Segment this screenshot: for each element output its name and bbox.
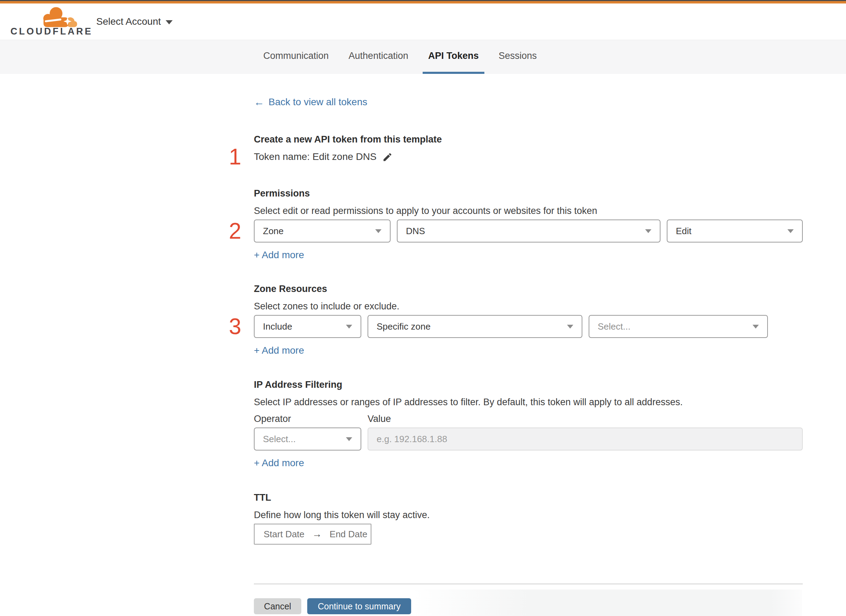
zone-mode-select[interactable]: Include bbox=[254, 315, 361, 338]
tab-authentication[interactable]: Authentication bbox=[343, 40, 414, 74]
permission-scope-value: Zone bbox=[263, 226, 284, 236]
zone-select-placeholder: Select... bbox=[598, 321, 631, 332]
ip-operator-placeholder: Select... bbox=[263, 434, 296, 444]
zone-resources-title: Zone Resources bbox=[254, 283, 803, 295]
ttl-description: Define how long this token will stay act… bbox=[254, 509, 803, 521]
page-title: Create a new API token from this templat… bbox=[254, 133, 803, 145]
ttl-title: TTL bbox=[254, 491, 803, 503]
permissions-description: Select edit or read permissions to apply… bbox=[254, 205, 803, 217]
dropdown-caret-icon bbox=[346, 325, 352, 329]
permission-scope-select[interactable]: Zone bbox=[254, 220, 391, 242]
tab-api-tokens[interactable]: API Tokens bbox=[423, 40, 484, 74]
brand-wordmark: CLOUDFLARE bbox=[10, 26, 93, 37]
dropdown-caret-icon bbox=[375, 229, 381, 233]
permission-resource-value: DNS bbox=[406, 226, 425, 236]
profile-tabbar: Communication Authentication API Tokens … bbox=[0, 40, 846, 74]
token-name-row: 1 Token name: Edit zone DNS bbox=[254, 150, 803, 164]
token-name-text: Token name: Edit zone DNS bbox=[254, 151, 377, 162]
permissions-add-more-link[interactable]: + Add more bbox=[254, 249, 304, 261]
chevron-down-icon bbox=[166, 20, 173, 24]
ttl-date-range-picker[interactable]: Start Date → End Date bbox=[254, 524, 371, 544]
zone-resources-row: 3 Include Specific zone Select... bbox=[254, 315, 803, 338]
app-header: CLOUDFLARE Select Account bbox=[0, 3, 846, 40]
zone-type-select[interactable]: Specific zone bbox=[368, 315, 583, 338]
arrow-right-icon: → bbox=[312, 528, 322, 540]
select-account-label: Select Account bbox=[96, 16, 161, 27]
step-1-number: 1 bbox=[225, 146, 245, 168]
zone-select[interactable]: Select... bbox=[589, 315, 768, 338]
step-2-number: 2 bbox=[225, 220, 245, 242]
ip-filtering-description: Select IP addresses or ranges of IP addr… bbox=[254, 396, 803, 408]
continue-to-summary-button[interactable]: Continue to summary bbox=[307, 598, 411, 614]
cloudflare-cloud-icon bbox=[36, 6, 79, 29]
end-date-label: End Date bbox=[330, 529, 367, 540]
zone-type-value: Specific zone bbox=[377, 321, 431, 332]
ip-operator-select[interactable]: Select... bbox=[254, 427, 361, 450]
dropdown-caret-icon bbox=[567, 325, 573, 329]
tab-communication[interactable]: Communication bbox=[258, 40, 334, 74]
token-form: ← Back to view all tokens Create a new A… bbox=[225, 74, 803, 614]
footer-divider bbox=[254, 584, 803, 584]
zone-mode-value: Include bbox=[263, 321, 292, 332]
dropdown-caret-icon bbox=[645, 229, 652, 233]
permission-resource-select[interactable]: DNS bbox=[397, 220, 661, 242]
dropdown-caret-icon bbox=[787, 229, 794, 233]
ip-filtering-add-more-link[interactable]: + Add more bbox=[254, 458, 304, 469]
permissions-row: 2 Zone DNS Edit bbox=[254, 220, 803, 242]
select-account-dropdown[interactable]: Select Account bbox=[96, 16, 173, 27]
cloudflare-logo[interactable]: CLOUDFLARE bbox=[10, 5, 79, 38]
dropdown-caret-icon bbox=[753, 325, 759, 329]
ip-filtering-labels: Operator Value bbox=[254, 413, 803, 425]
step-3-number: 3 bbox=[225, 315, 245, 337]
back-arrow-icon: ← bbox=[254, 96, 264, 108]
ip-filtering-row: Select... bbox=[254, 427, 803, 450]
permission-access-value: Edit bbox=[676, 226, 692, 236]
footer-actions: Cancel Continue to summary bbox=[254, 598, 803, 614]
zone-resources-description: Select zones to include or exclude. bbox=[254, 300, 803, 312]
permissions-title: Permissions bbox=[254, 188, 803, 199]
ip-value-input[interactable] bbox=[368, 427, 803, 450]
dropdown-caret-icon bbox=[346, 437, 352, 441]
back-link-label: Back to view all tokens bbox=[269, 96, 367, 108]
topbar-orange-strip bbox=[0, 1, 846, 3]
permission-access-select[interactable]: Edit bbox=[667, 220, 803, 242]
start-date-label: Start Date bbox=[263, 529, 305, 540]
value-label: Value bbox=[368, 413, 391, 425]
cancel-button[interactable]: Cancel bbox=[254, 598, 301, 614]
zone-resources-add-more-link[interactable]: + Add more bbox=[254, 345, 304, 356]
edit-pencil-icon[interactable] bbox=[382, 152, 393, 162]
tab-sessions[interactable]: Sessions bbox=[493, 40, 543, 74]
back-to-tokens-link[interactable]: ← Back to view all tokens bbox=[254, 96, 367, 108]
ip-filtering-title: IP Address Filtering bbox=[254, 379, 803, 390]
operator-label: Operator bbox=[254, 413, 368, 425]
